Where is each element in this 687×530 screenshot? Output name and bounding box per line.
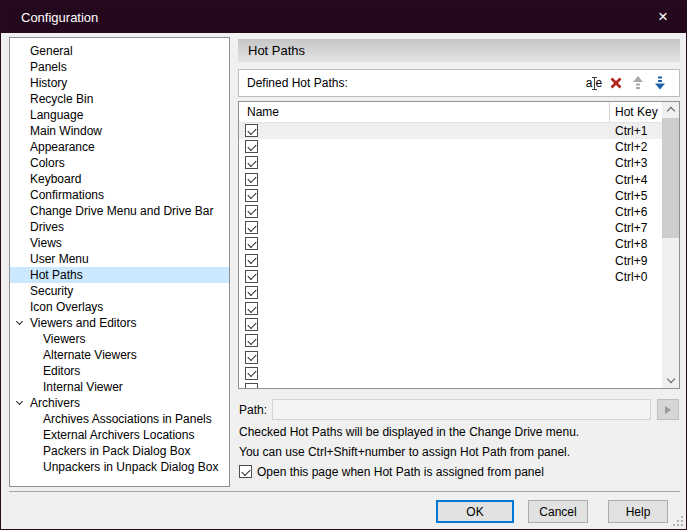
path-input[interactable] xyxy=(272,399,651,420)
sidebar-item-internal-viewer[interactable]: Internal Viewer xyxy=(10,379,229,395)
sidebar-item-label: Confirmations xyxy=(10,187,104,203)
resize-grip[interactable] xyxy=(673,516,683,526)
table-row[interactable]: Ctrl+7 xyxy=(239,220,662,236)
sidebar-item-confirmations[interactable]: Confirmations xyxy=(10,187,229,203)
table-row[interactable]: Ctrl+8 xyxy=(239,236,662,252)
sidebar-item-drives[interactable]: Drives xyxy=(10,219,229,235)
scroll-down-icon[interactable] xyxy=(662,373,679,388)
scrollbar-thumb[interactable] xyxy=(662,118,679,238)
table-row[interactable] xyxy=(239,317,662,333)
sidebar-item-unpackers-in-unpack-dialog-box[interactable]: Unpackers in Unpack Dialog Box xyxy=(10,459,229,475)
row-checkbox[interactable] xyxy=(245,286,258,299)
sidebar-item-label: Hot Paths xyxy=(10,267,83,283)
sidebar-item-label: Language xyxy=(10,107,83,123)
table-row[interactable]: Ctrl+3 xyxy=(239,155,662,171)
defined-hot-paths-label: Defined Hot Paths: xyxy=(247,76,583,90)
row-checkbox[interactable] xyxy=(245,189,258,202)
help-button[interactable]: Help xyxy=(608,500,668,523)
sidebar-item-general[interactable]: General xyxy=(10,43,229,59)
row-checkbox[interactable] xyxy=(245,140,258,153)
row-hotkey: Ctrl+1 xyxy=(615,124,647,138)
table-row[interactable] xyxy=(239,285,662,301)
row-hotkey: Ctrl+7 xyxy=(615,221,647,235)
sidebar-item-label: Panels xyxy=(10,59,67,75)
open-page-option[interactable]: Open this page when Hot Path is assigned… xyxy=(239,464,544,480)
sidebar-item-viewers[interactable]: Viewers xyxy=(10,331,229,347)
table-row[interactable] xyxy=(239,366,662,382)
row-checkbox[interactable] xyxy=(245,124,258,137)
table-header[interactable]: Name Hot Key xyxy=(239,102,679,123)
table-row[interactable]: Ctrl+5 xyxy=(239,188,662,204)
sidebar-item-editors[interactable]: Editors xyxy=(10,363,229,379)
row-checkbox[interactable] xyxy=(245,383,258,388)
sidebar-item-history[interactable]: History xyxy=(10,75,229,91)
cancel-button[interactable]: Cancel xyxy=(528,500,588,523)
row-checkbox[interactable] xyxy=(245,254,258,267)
row-checkbox[interactable] xyxy=(245,351,258,364)
table-row[interactable]: Ctrl+2 xyxy=(239,139,662,155)
sidebar-item-hot-paths[interactable]: Hot Paths xyxy=(10,267,229,283)
sidebar-item-security[interactable]: Security xyxy=(10,283,229,299)
sidebar-item-packers-in-pack-dialog-box[interactable]: Packers in Pack Dialog Box xyxy=(10,443,229,459)
hot-paths-toolbar: Defined Hot Paths: ae xyxy=(238,69,680,97)
row-checkbox[interactable] xyxy=(245,367,258,380)
sidebar-item-viewers-and-editors[interactable]: Viewers and Editors xyxy=(10,315,229,331)
sidebar-item-icon-overlays[interactable]: Icon Overlays xyxy=(10,299,229,315)
sidebar-item-panels[interactable]: Panels xyxy=(10,59,229,75)
sidebar-item-archivers[interactable]: Archivers xyxy=(10,395,229,411)
sidebar-item-label: Views xyxy=(10,235,62,251)
table-row[interactable] xyxy=(239,350,662,366)
open-page-checkbox[interactable] xyxy=(239,465,252,478)
sidebar-item-appearance[interactable]: Appearance xyxy=(10,139,229,155)
table-row[interactable]: Ctrl+0 xyxy=(239,269,662,285)
delete-icon[interactable] xyxy=(605,72,627,94)
settings-tree: GeneralPanelsHistoryRecycle BinLanguageM… xyxy=(9,37,230,487)
sidebar-item-label: Keyboard xyxy=(10,171,81,187)
sidebar-item-label: Unpackers in Unpack Dialog Box xyxy=(10,459,218,475)
sidebar-item-alternate-viewers[interactable]: Alternate Viewers xyxy=(10,347,229,363)
ok-button[interactable]: OK xyxy=(436,500,514,523)
sidebar-item-user-menu[interactable]: User Menu xyxy=(10,251,229,267)
move-down-icon[interactable] xyxy=(649,72,671,94)
table-row[interactable] xyxy=(239,382,662,388)
row-checkbox[interactable] xyxy=(245,270,258,283)
row-checkbox[interactable] xyxy=(245,318,258,331)
sidebar-item-label: Alternate Viewers xyxy=(10,347,137,363)
close-button[interactable]: × xyxy=(640,1,686,33)
row-hotkey: Ctrl+6 xyxy=(615,205,647,219)
sidebar-item-label: Editors xyxy=(10,363,80,379)
sidebar-item-colors[interactable]: Colors xyxy=(10,155,229,171)
row-checkbox[interactable] xyxy=(245,205,258,218)
sidebar-item-keyboard[interactable]: Keyboard xyxy=(10,171,229,187)
sidebar-item-language[interactable]: Language xyxy=(10,107,229,123)
row-checkbox[interactable] xyxy=(245,302,258,315)
scroll-up-icon[interactable] xyxy=(662,102,679,117)
sidebar-item-external-archivers-locations[interactable]: External Archivers Locations xyxy=(10,427,229,443)
row-checkbox[interactable] xyxy=(245,221,258,234)
vertical-scrollbar[interactable] xyxy=(662,102,679,388)
table-row[interactable] xyxy=(239,301,662,317)
row-checkbox[interactable] xyxy=(245,334,258,347)
sidebar-item-change-drive-menu-and-drive-bar[interactable]: Change Drive Menu and Drive Bar xyxy=(10,203,229,219)
path-browse-button[interactable] xyxy=(657,399,679,420)
sidebar-item-views[interactable]: Views xyxy=(10,235,229,251)
sidebar-item-label: External Archivers Locations xyxy=(10,427,194,443)
table-row[interactable]: Ctrl+9 xyxy=(239,253,662,269)
window-title: Configuration xyxy=(1,10,98,25)
row-checkbox[interactable] xyxy=(245,173,258,186)
configuration-dialog: Configuration × GeneralPanelsHistoryRecy… xyxy=(0,0,687,530)
table-row[interactable]: Ctrl+4 xyxy=(239,172,662,188)
rename-icon[interactable]: ae xyxy=(583,72,605,94)
move-up-icon[interactable] xyxy=(627,72,649,94)
sidebar-item-archives-associations-in-panels[interactable]: Archives Associations in Panels xyxy=(10,411,229,427)
column-divider[interactable] xyxy=(609,102,610,123)
column-name[interactable]: Name xyxy=(247,105,279,119)
row-checkbox[interactable] xyxy=(245,237,258,250)
sidebar-item-main-window[interactable]: Main Window xyxy=(10,123,229,139)
table-row[interactable] xyxy=(239,333,662,349)
sidebar-item-recycle-bin[interactable]: Recycle Bin xyxy=(10,91,229,107)
table-row[interactable]: Ctrl+1 xyxy=(239,123,662,139)
row-checkbox[interactable] xyxy=(245,156,258,169)
column-hotkey[interactable]: Hot Key xyxy=(615,105,658,119)
table-row[interactable]: Ctrl+6 xyxy=(239,204,662,220)
